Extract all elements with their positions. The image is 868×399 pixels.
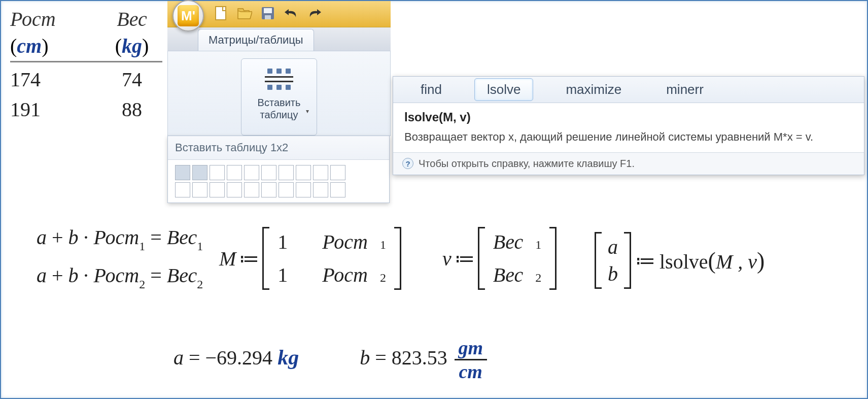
help-description: Возвращает вектор x, дающий решение лине… (404, 129, 853, 145)
cell-height-2: 191 (10, 97, 101, 121)
lsolve-assignment: a b ≔ lsolve(M , v) (595, 232, 765, 289)
equation-system: a + b · Рост1 = Вес1 a + b · Рост2 = Вес… (37, 219, 203, 295)
header-weight: Вес (101, 7, 162, 31)
vector-cell: a (608, 235, 618, 259)
help-tabs: find lsolve maximize minerr (393, 77, 864, 103)
picker-cell[interactable] (244, 182, 259, 197)
unit-kg: kg (277, 346, 299, 369)
ribbon-tab-strip: Матрицы/таблицы (167, 27, 391, 51)
var-v: v (442, 247, 452, 271)
open-file-icon[interactable] (236, 5, 253, 21)
picker-cell[interactable] (261, 182, 276, 197)
picker-cell[interactable] (330, 182, 345, 197)
help-signature: lsolve(M, v) (404, 110, 853, 124)
picker-cell[interactable] (192, 165, 207, 180)
help-question-icon: ? (402, 158, 413, 169)
table-rule (10, 61, 162, 62)
table-size-picker[interactable] (168, 160, 389, 203)
vector-v-definition: v ≔ Вес1 Вес2 (442, 227, 557, 290)
matrix-cell: Рост (322, 230, 368, 254)
help-tab-maximize[interactable]: maximize (553, 79, 634, 101)
cell-weight-2: 88 (101, 97, 162, 121)
picker-cell[interactable] (244, 165, 259, 180)
equation-2: a + b · Рост2 = Вес2 (37, 257, 203, 295)
picker-cell[interactable] (227, 165, 242, 180)
table-row: 191 88 (10, 97, 162, 121)
insert-table-icon (245, 65, 314, 93)
table-row: 174 74 (10, 68, 162, 91)
results-row: a = −69.294kg b = 823.53 gm cm (173, 336, 487, 379)
var-M: M (219, 247, 236, 271)
help-tab-lsolve[interactable]: lsolve (474, 78, 533, 101)
picker-cell[interactable] (192, 182, 207, 197)
unit-cm: cm (17, 35, 42, 57)
picker-cell[interactable] (296, 182, 311, 197)
paren-close: ) (42, 35, 48, 57)
undo-icon[interactable] (283, 5, 299, 21)
height-weight-table: Рост Вес (cm) (kg) 174 74 191 88 (10, 7, 162, 127)
picker-cell[interactable] (313, 182, 328, 197)
cell-height-1: 174 (10, 68, 101, 91)
picker-cell[interactable] (313, 165, 328, 180)
picker-cell[interactable] (210, 182, 225, 197)
paren-close: ) (142, 35, 149, 57)
matrix-cell: 1 (277, 230, 288, 254)
vector-cell: Вес (493, 263, 523, 287)
paren-open: ( (115, 35, 122, 57)
picker-cell[interactable] (296, 165, 311, 180)
save-icon[interactable] (260, 5, 276, 21)
unit-gm-per-cm: gm cm (455, 338, 487, 381)
picker-cell[interactable] (261, 165, 276, 180)
insert-table-popup: Вставить таблицу 1x2 (167, 136, 390, 203)
matrix-M-definition: M ≔ 1 Рост1 1 Рост2 (219, 227, 401, 290)
help-footer-text: Чтобы открыть справку, нажмите клавишу F… (419, 158, 635, 170)
equation-1: a + b · Рост1 = Вес1 (37, 219, 203, 257)
svg-rect-2 (264, 8, 272, 13)
insert-popup-title: Вставить таблицу 1x2 (168, 136, 389, 160)
vector-cell: Вес (493, 230, 523, 254)
picker-cell[interactable] (175, 182, 190, 197)
picker-cell[interactable] (330, 165, 345, 180)
help-tab-minerr[interactable]: minerr (654, 79, 716, 101)
svg-rect-3 (265, 15, 271, 19)
result-a: a = −69.294kg (173, 345, 299, 370)
function-help-tooltip: find lsolve maximize minerr lsolve(M, v)… (393, 76, 864, 175)
new-file-icon[interactable] (213, 5, 229, 21)
unit-kg: kg (122, 35, 142, 57)
app-logo-icon: M' (178, 5, 199, 26)
lsolve-call: lsolve(M , v) (659, 247, 765, 274)
chevron-down-icon: ▾ (273, 108, 342, 115)
help-tab-find[interactable]: find (408, 79, 454, 101)
matrix-cell: 1 (277, 263, 288, 287)
tab-matrices[interactable]: Матрицы/таблицы (198, 29, 314, 51)
picker-cell[interactable] (175, 165, 190, 180)
vector-cell: b (608, 262, 618, 286)
ribbon-quick-access: M' (167, 1, 391, 27)
picker-cell[interactable] (210, 165, 225, 180)
matrix-cell: Рост (322, 263, 368, 287)
insert-table-button[interactable]: Вставить таблицу ▾ (241, 58, 317, 136)
svg-rect-0 (216, 7, 226, 20)
redo-icon[interactable] (306, 5, 323, 21)
app-orb-button[interactable]: M' (172, 0, 204, 31)
header-height: Рост (10, 7, 101, 31)
help-footer: ? Чтобы открыть справку, нажмите клавишу… (393, 152, 864, 175)
picker-cell[interactable] (279, 182, 294, 197)
picker-cell[interactable] (227, 182, 242, 197)
ribbon-body: Вставить таблицу ▾ (167, 51, 391, 136)
paren-open: ( (10, 35, 17, 57)
result-b: b = 823.53 gm cm (360, 336, 487, 379)
picker-cell[interactable] (279, 165, 294, 180)
cell-weight-1: 74 (101, 68, 162, 91)
